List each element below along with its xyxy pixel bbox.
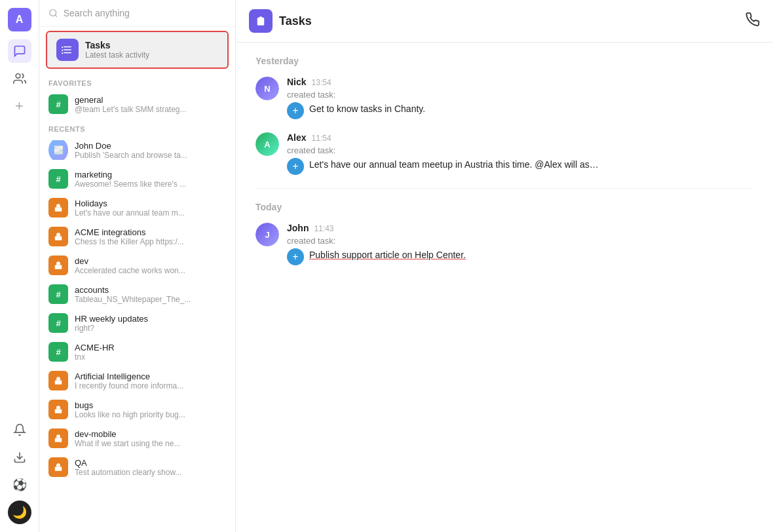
date-label: Today bbox=[255, 202, 753, 212]
add-task-button[interactable]: + bbox=[287, 158, 304, 175]
channel-text: marketing Awesome! Seems like there's ..… bbox=[75, 170, 186, 189]
svg-rect-7 bbox=[55, 409, 62, 413]
channel-text: dev Accelerated cache works won... bbox=[75, 256, 185, 275]
add-icon[interactable]: + bbox=[8, 94, 31, 118]
activity-header: Alex 11:54 bbox=[287, 132, 753, 143]
channel-icon: 🌫️ bbox=[48, 140, 68, 160]
activity-task: + Get to know tasks in Chanty. bbox=[287, 102, 753, 119]
list-item[interactable]: bugs Looks like no high priority bug... bbox=[39, 395, 235, 424]
activity-label: created task: bbox=[287, 145, 753, 155]
svg-rect-4 bbox=[55, 236, 62, 240]
soccer-icon[interactable]: ⚽ bbox=[8, 473, 31, 497]
main-content: Yesterday N Nick 13:54 created task: + G… bbox=[236, 43, 773, 532]
bell-icon[interactable] bbox=[8, 418, 31, 442]
add-task-button[interactable]: + bbox=[287, 248, 304, 265]
icon-rail: A + ⚽ 🌙 bbox=[0, 0, 39, 532]
download-icon[interactable] bbox=[8, 446, 31, 469]
section-divider bbox=[255, 188, 753, 189]
search-bar bbox=[39, 0, 235, 27]
avatar-alex: A bbox=[255, 132, 279, 156]
svg-point-0 bbox=[16, 74, 20, 79]
search-icon bbox=[48, 8, 58, 18]
activity-user: John bbox=[287, 223, 309, 233]
list-item[interactable]: # marketing Awesome! Seems like there's … bbox=[39, 164, 235, 193]
date-section-today: Today J John 11:43 created task: + Publi… bbox=[255, 202, 753, 265]
svg-rect-8 bbox=[55, 438, 62, 442]
list-item[interactable]: 🌫️ John Doe Publish 'Search and browse t… bbox=[39, 136, 235, 164]
chat-icon[interactable] bbox=[8, 39, 31, 63]
list-item[interactable]: # ACME-HR tnx bbox=[39, 337, 235, 366]
list-item[interactable]: dev Accelerated cache works won... bbox=[39, 251, 235, 280]
channel-icon: # bbox=[48, 342, 68, 362]
list-item[interactable]: ACME integrations Chess Is the Killer Ap… bbox=[39, 222, 235, 251]
list-item[interactable]: dev-mobile What if we start using the ne… bbox=[39, 424, 235, 453]
contacts-icon[interactable] bbox=[8, 67, 31, 90]
svg-rect-5 bbox=[55, 265, 62, 269]
activity-time: 11:54 bbox=[312, 134, 331, 143]
avatar-john: J bbox=[255, 223, 279, 246]
activity-item: A Alex 11:54 created task: + Let's have … bbox=[255, 132, 753, 175]
moon-icon[interactable]: 🌙 bbox=[8, 501, 31, 524]
main-header: Tasks bbox=[236, 0, 773, 43]
favorites-label: FAVORITES bbox=[39, 73, 235, 90]
page-title: Tasks bbox=[279, 14, 312, 28]
list-item[interactable]: # accounts Tableau_NS_Whitepaper_The_... bbox=[39, 280, 235, 309]
activity-item: J John 11:43 created task: + Publish sup… bbox=[255, 223, 753, 265]
task-text: Let's have our annual team meetup in Aus… bbox=[309, 158, 599, 172]
channel-item-general[interactable]: # general @team Let's talk SMM strateg..… bbox=[39, 90, 235, 119]
task-text: Get to know tasks in Chanty. bbox=[309, 102, 425, 116]
channel-icon: # bbox=[48, 284, 68, 304]
activity-user: Nick bbox=[287, 77, 307, 87]
add-task-button[interactable]: + bbox=[287, 102, 304, 119]
channel-icon: # bbox=[48, 169, 68, 189]
channel-icon bbox=[48, 256, 68, 275]
channel-icon: # bbox=[48, 94, 68, 114]
channel-icon bbox=[48, 371, 68, 390]
tasks-icon bbox=[56, 39, 79, 61]
main-panel: Tasks Yesterday N Nick 13:54 cr bbox=[236, 0, 773, 532]
channel-icon bbox=[48, 400, 68, 419]
activity-task: + Let's have our annual team meetup in A… bbox=[287, 158, 753, 175]
task-text: Publish support article on Help Center. bbox=[309, 248, 466, 262]
channel-icon bbox=[48, 428, 68, 448]
activity-time: 13:54 bbox=[312, 78, 331, 87]
sidebar: Tasks Latest task activity FAVORITES # g… bbox=[39, 0, 236, 532]
channel-icon bbox=[48, 227, 68, 246]
channel-text: accounts Tableau_NS_Whitepaper_The_... bbox=[75, 285, 191, 304]
phone-button[interactable] bbox=[745, 12, 760, 29]
list-item[interactable]: Holidays Let's have our annual team m... bbox=[39, 193, 235, 222]
search-input[interactable] bbox=[64, 8, 226, 18]
tasks-header-icon bbox=[249, 9, 273, 33]
activity-header: Nick 13:54 bbox=[287, 77, 753, 87]
svg-rect-9 bbox=[55, 466, 62, 470]
list-item[interactable]: # HR weekly updates right? bbox=[39, 309, 235, 337]
channel-text: bugs Looks like no high priority bug... bbox=[75, 400, 185, 419]
activity-label: created task: bbox=[287, 236, 753, 246]
activity-item: N Nick 13:54 created task: + Get to know… bbox=[255, 77, 753, 119]
activity-time: 11:43 bbox=[314, 224, 333, 233]
tasks-selected-item[interactable]: Tasks Latest task activity bbox=[46, 31, 229, 69]
avatar-nick: N bbox=[255, 77, 279, 100]
activity-header: John 11:43 bbox=[287, 223, 753, 233]
date-section-yesterday: Yesterday N Nick 13:54 created task: + G… bbox=[255, 56, 753, 175]
channel-text: John Doe Publish 'Search and browse ta..… bbox=[75, 141, 187, 160]
channel-text: QA Test automation clearly show... bbox=[75, 458, 181, 477]
svg-rect-3 bbox=[55, 207, 62, 211]
tasks-item-text: Tasks Latest task activity bbox=[85, 40, 149, 60]
activity-body: John 11:43 created task: + Publish suppo… bbox=[287, 223, 753, 265]
list-item[interactable]: Artificial Intelligence I recently found… bbox=[39, 366, 235, 395]
activity-label: created task: bbox=[287, 90, 753, 100]
svg-rect-6 bbox=[55, 380, 62, 384]
channel-text: ACME-HR tnx bbox=[75, 343, 115, 362]
channel-text: general @team Let's talk SMM strateg... bbox=[75, 95, 187, 114]
recents-label: RECENTS bbox=[39, 119, 235, 136]
channel-list: FAVORITES # general @team Let's talk SMM… bbox=[39, 73, 235, 532]
user-avatar[interactable]: A bbox=[8, 8, 31, 31]
activity-user: Alex bbox=[287, 132, 307, 143]
channel-icon bbox=[48, 457, 68, 477]
list-item[interactable]: QA Test automation clearly show... bbox=[39, 453, 235, 482]
activity-body: Nick 13:54 created task: + Get to know t… bbox=[287, 77, 753, 119]
channel-text: HR weekly updates right? bbox=[75, 314, 148, 333]
channel-text: Holidays Let's have our annual team m... bbox=[75, 199, 185, 218]
channel-text: Artificial Intelligence I recently found… bbox=[75, 371, 183, 390]
